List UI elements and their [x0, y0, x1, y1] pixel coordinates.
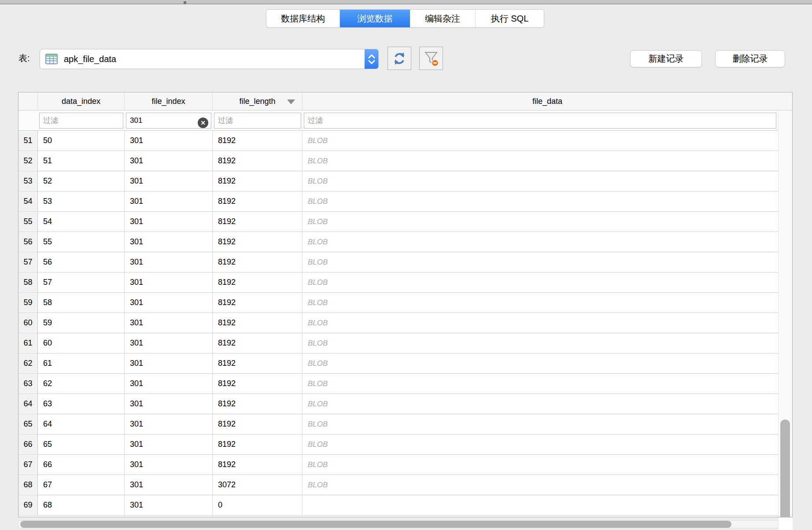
cell-file-index[interactable]: 301	[125, 353, 213, 373]
cell-data-index[interactable]: 66	[38, 455, 125, 475]
cell-file-index[interactable]: 301	[125, 131, 213, 151]
cell-file-length[interactable]: 8192	[213, 455, 303, 475]
column-header-file-index[interactable]: file_index	[125, 92, 213, 110]
tab-execute-sql[interactable]: 执行 SQL	[476, 10, 544, 27]
cell-file-length[interactable]: 8192	[213, 232, 303, 252]
cell-data-index[interactable]: 60	[38, 333, 125, 353]
cell-file-index[interactable]: 301	[125, 394, 213, 414]
cell-file-index[interactable]: 301	[125, 414, 213, 434]
cell-data-index[interactable]: 67	[38, 475, 125, 495]
cell-data-index[interactable]: 63	[38, 394, 125, 414]
horizontal-scrollbar-track[interactable]	[18, 520, 779, 528]
cell-file-length[interactable]: 8192	[213, 434, 303, 454]
cell-file-data[interactable]: BLOB	[303, 455, 778, 475]
cell-file-data[interactable]: BLOB	[303, 434, 778, 454]
cell-file-length[interactable]: 8192	[213, 171, 303, 191]
cell-file-length[interactable]: 8192	[213, 272, 303, 292]
cell-data-index[interactable]: 58	[38, 293, 125, 313]
cell-data-index[interactable]: 53	[38, 191, 125, 211]
cell-file-length[interactable]: 8192	[213, 131, 303, 151]
clear-filter-x-icon[interactable]: ✕	[198, 118, 208, 128]
cell-file-index[interactable]: 301	[125, 293, 213, 313]
cell-data-index[interactable]: 68	[38, 495, 125, 515]
cell-file-data[interactable]: BLOB	[303, 293, 778, 313]
cell-file-data[interactable]: BLOB	[303, 252, 778, 272]
cell-data-index[interactable]: 51	[38, 151, 125, 171]
cell-file-index[interactable]: 301	[125, 313, 213, 333]
column-header-file-data[interactable]: file_data	[303, 92, 792, 110]
cell-file-length[interactable]: 8192	[213, 212, 303, 232]
cell-file-length[interactable]: 8192	[213, 333, 303, 353]
cell-file-data[interactable]: BLOB	[303, 394, 778, 414]
vertical-scrollbar-thumb[interactable]	[780, 420, 790, 517]
cell-data-index[interactable]: 50	[38, 131, 125, 151]
column-header-file-length-label: file_length	[239, 97, 275, 106]
cell-file-data[interactable]: BLOB	[303, 353, 778, 373]
cell-data-index[interactable]: 64	[38, 414, 125, 434]
vertical-scrollbar-track[interactable]	[778, 110, 792, 517]
cell-data-index[interactable]: 56	[38, 252, 125, 272]
cell-file-data[interactable]: BLOB	[303, 333, 778, 353]
cell-data-index[interactable]: 52	[38, 171, 125, 191]
cell-file-data[interactable]	[303, 495, 778, 515]
cell-file-length[interactable]: 0	[213, 495, 303, 515]
cell-data-index[interactable]: 54	[38, 212, 125, 232]
tab-browse-data[interactable]: 浏览数据	[340, 10, 410, 27]
cell-file-data[interactable]: BLOB	[303, 191, 778, 211]
cell-data-index[interactable]: 65	[38, 434, 125, 454]
cell-file-data[interactable]: BLOB	[303, 232, 778, 252]
filter-input-data-index[interactable]	[39, 113, 123, 129]
cell-file-index[interactable]: 301	[125, 434, 213, 454]
cell-file-length[interactable]: 8192	[213, 353, 303, 373]
cell-file-index[interactable]: 301	[125, 232, 213, 252]
table-selector-dropdown[interactable]: apk_file_data	[40, 49, 379, 69]
cell-data-index[interactable]: 55	[38, 232, 125, 252]
cell-file-index[interactable]: 301	[125, 333, 213, 353]
cell-file-index[interactable]: 301	[125, 151, 213, 171]
cell-file-data[interactable]: BLOB	[303, 414, 778, 434]
cell-file-data[interactable]: BLOB	[303, 313, 778, 333]
column-header-file-length[interactable]: file_length	[213, 92, 303, 110]
refresh-button[interactable]	[388, 47, 411, 70]
filter-input-file-data[interactable]	[304, 113, 776, 129]
cell-file-index[interactable]: 301	[125, 171, 213, 191]
cell-file-length[interactable]: 8192	[213, 293, 303, 313]
horizontal-scrollbar-thumb[interactable]	[20, 521, 731, 528]
cell-file-data[interactable]: BLOB	[303, 131, 778, 151]
cell-file-length[interactable]: 8192	[213, 191, 303, 211]
cell-file-length[interactable]: 8192	[213, 394, 303, 414]
cell-file-index[interactable]: 301	[125, 212, 213, 232]
cell-file-data[interactable]: BLOB	[303, 475, 778, 495]
cell-file-length[interactable]: 8192	[213, 313, 303, 333]
cell-data-index[interactable]: 59	[38, 313, 125, 333]
cell-file-length[interactable]: 3072	[213, 475, 303, 495]
new-record-button[interactable]: 新建记录	[630, 50, 702, 67]
cell-file-index[interactable]: 301	[125, 191, 213, 211]
column-header-data-index[interactable]: data_index	[38, 92, 125, 110]
cell-file-index[interactable]: 301	[125, 455, 213, 475]
cell-file-length[interactable]: 8192	[213, 252, 303, 272]
cell-file-index[interactable]: 301	[125, 475, 213, 495]
cell-file-data[interactable]: BLOB	[303, 374, 778, 394]
cell-file-index[interactable]: 301	[125, 272, 213, 292]
cell-file-index[interactable]: 301	[125, 374, 213, 394]
cell-file-index[interactable]: 301	[125, 495, 213, 515]
cell-file-data[interactable]: BLOB	[303, 151, 778, 171]
cell-file-data[interactable]: BLOB	[303, 272, 778, 292]
delete-record-button[interactable]: 删除记录	[715, 50, 785, 67]
cell-file-length[interactable]: 8192	[213, 374, 303, 394]
cell-data-index[interactable]: 62	[38, 374, 125, 394]
tab-edit-pragmas[interactable]: 编辑杂注	[410, 10, 476, 27]
cell-data-index[interactable]: 57	[38, 272, 125, 292]
filter-input-file-length[interactable]	[214, 113, 301, 129]
cell-data-index[interactable]: 61	[38, 353, 125, 373]
cell-file-data[interactable]: BLOB	[303, 212, 778, 232]
cell-file-length[interactable]: 8192	[213, 414, 303, 434]
cell-file-length[interactable]: 8192	[213, 151, 303, 171]
cell-file-data[interactable]: BLOB	[303, 171, 778, 191]
clear-filter-button[interactable]	[419, 47, 443, 70]
cell-file-index[interactable]: 301	[125, 252, 213, 272]
sort-descending-icon	[287, 99, 295, 104]
tab-db-structure[interactable]: 数据库结构	[266, 10, 340, 27]
dropdown-stepper-icon[interactable]	[365, 49, 378, 69]
